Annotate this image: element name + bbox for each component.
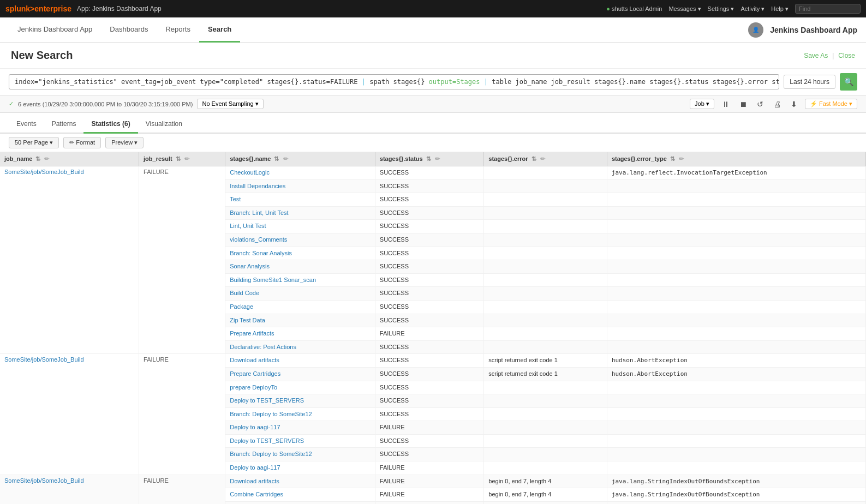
stage-name-link[interactable]: Install Dependancies [230,183,285,189]
stage-name-link[interactable]: Zip Test Data [230,317,265,323]
stage-name-link[interactable]: Prepare Artifacts [230,330,274,337]
stage-name-link[interactable]: Deploy to [230,464,257,471]
search-button[interactable]: 🔍 [840,73,857,91]
sort-icon-stages-error-type[interactable]: ⇅ [670,155,675,162]
nav-item-search[interactable]: Search [199,17,240,43]
settings-link[interactable]: Settings ▾ [708,5,734,13]
messages-link[interactable]: Messages ▾ [668,5,701,13]
time-picker-button[interactable]: Last 24 hours [784,75,835,89]
user-name[interactable]: shutts Local Admin [612,5,662,12]
stage-name-link[interactable]: Download artifacts [230,357,279,363]
sampling-button[interactable]: No Event Sampling ▾ [197,99,263,109]
user-info[interactable]: ● shutts Local Admin [606,5,662,12]
stage-name-link[interactable]: prepare DeployTo [230,384,277,391]
edit-icon-stages-name[interactable]: ✏ [283,155,288,162]
cell-stage-name: Branch: Sonar Analysis [225,247,375,260]
app-name-label[interactable]: App: Jenkins Dashboard App [77,5,162,13]
save-as-button[interactable]: Save As [804,52,828,59]
nav-label-jenkins: Jenkins Dashboard App [17,25,92,33]
stage-name-link[interactable]: Lint, Unit Test [230,223,266,229]
cell-stage-error [484,273,607,287]
sort-icon-job-name[interactable]: ⇅ [35,155,40,162]
job-name-link[interactable]: SomeSite/job/SomeJob_Build [4,477,84,484]
cell-stage-error-type [607,327,865,341]
cell-stage-name: Test [225,193,375,207]
stage-name-link[interactable]: Branch: Sonar Analysis [230,250,292,256]
format-button[interactable]: ✏ Format [63,137,101,148]
job-name-link[interactable]: SomeSite/job/SomeJob_Build [4,356,84,363]
edit-icon-job-name[interactable]: ✏ [44,155,49,162]
format-icon: ✏ [69,139,74,146]
sort-icon-stages-error[interactable]: ⇅ [531,155,536,162]
nav-item-dashboards[interactable]: Dashboards [101,17,157,43]
stage-name-link[interactable]: Branch: Deploy to [230,411,279,417]
sort-icon-stages-status[interactable]: ⇅ [426,155,431,162]
stage-name-link[interactable]: Building [230,277,253,283]
cell-stage-status: SUCCESS [375,273,484,287]
stage-name-highlight[interactable]: aagi-117 [257,464,280,471]
cell-stage-error [484,260,607,274]
per-page-button[interactable]: 50 Per Page ▾ [9,137,59,148]
stage-name-link[interactable]: Branch: Lint, Unit Test [230,209,288,216]
preview-button[interactable]: Preview ▾ [105,137,144,148]
cell-stage-error [484,233,607,247]
tab-events[interactable]: Events [9,116,44,134]
stage-name-highlight[interactable]: SomeSite1 [253,277,282,283]
stage-name-link[interactable]: Deploy to TEST_SERVERS [230,397,304,404]
find-input[interactable] [795,4,861,14]
edit-icon-stages-error-type[interactable]: ✏ [679,155,684,162]
tab-patterns[interactable]: Patterns [44,116,84,134]
cell-stage-name: Prepare Cartridges [225,367,375,381]
stage-name-link[interactable]: Deploy to TEST_SERVERS [230,437,304,444]
stage-name-link[interactable]: Prepare Cartridges [230,370,280,377]
stage-name-link[interactable]: Package [230,303,253,310]
cell-stage-status: FAILURE [375,327,484,341]
stage-name-link[interactable]: Sonar_scan [282,277,316,283]
stage-name-link[interactable]: Declarative: Post Actions [230,344,296,350]
per-page-chevron: ▾ [50,139,53,146]
cell-stage-name: Deploy to aagi-117 [225,461,375,475]
tab-visualization[interactable]: Visualization [138,116,190,134]
nav-item-jenkins[interactable]: Jenkins Dashboard App [9,17,101,43]
stage-name-link[interactable]: CheckoutLogic [230,169,270,176]
cell-stage-name: Deploy to TEST_SERVERS [225,434,375,448]
cell-stage-name: prepare DeployTo [225,381,375,394]
col-job-name: job_name ⇅ ✏ [0,152,139,166]
activity-link[interactable]: Activity ▾ [740,5,765,13]
help-link[interactable]: Help ▾ [771,5,789,13]
print-button[interactable]: 🖨 [771,100,783,109]
job-button[interactable]: Job ▾ [690,99,714,109]
job-name-link[interactable]: SomeSite/job/SomeJob_Build [4,169,84,175]
stage-name-highlight[interactable]: aagi-117 [257,424,280,430]
cell-stage-error-type: java.lang.StringIndexOutOfBoundsExceptio… [607,475,865,488]
stage-name-link[interactable]: violations_Comments [230,236,287,243]
stage-name-highlight[interactable]: SomeSite12 [279,411,312,417]
edit-icon-stages-status[interactable]: ✏ [435,155,440,162]
pause-button[interactable]: ⏸ [720,100,732,109]
tab-statistics[interactable]: Statistics (6) [83,116,138,134]
stop-button[interactable]: ⏹ [737,100,749,109]
sort-icon-stages-name[interactable]: ⇅ [274,155,279,162]
fast-mode-label: Fast Mode [819,100,847,107]
stage-name-link[interactable]: Build Code [230,290,259,296]
cell-stage-name: Package [225,300,375,314]
close-button[interactable]: Close [838,52,855,59]
download-button[interactable]: ⬇ [789,100,799,109]
stage-name-link[interactable]: Download artifacts [230,478,279,484]
stage-name-link[interactable]: Test [230,196,241,202]
edit-icon-stages-error[interactable]: ✏ [540,155,545,162]
stage-name-link[interactable]: Branch: Deploy to [230,451,279,457]
cell-stage-status: SUCCESS [375,287,484,301]
fast-mode-button[interactable]: ⚡ Fast Mode ▾ [805,99,857,109]
sort-icon-job-result[interactable]: ⇅ [176,155,181,162]
search-query-display[interactable]: index="jenkins_statistics" event_tag=job… [9,74,779,89]
refresh-button[interactable]: ↺ [755,100,766,109]
stage-name-highlight[interactable]: SomeSite12 [279,451,312,457]
stage-name-link[interactable]: Combine Cartridges [230,491,283,497]
col-job-result: job_result ⇅ ✏ [139,152,225,166]
edit-icon-job-result[interactable]: ✏ [184,155,189,162]
stage-name-link[interactable]: Sonar Analysis [230,263,270,269]
stage-name-link[interactable]: Deploy to [230,424,257,430]
nav-item-reports[interactable]: Reports [157,17,199,43]
table-row: SomeSite/job/SomeJob_BuildFAILUREDownloa… [0,354,866,368]
